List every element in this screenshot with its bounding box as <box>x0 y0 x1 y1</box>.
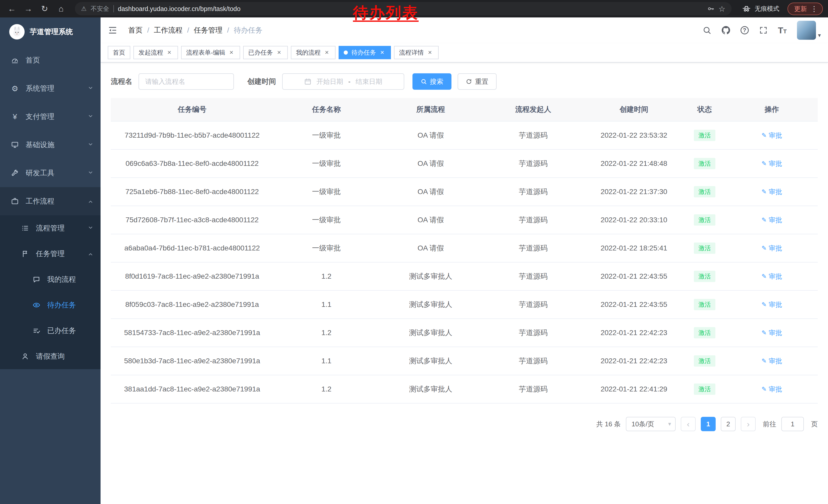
sidebar-item-infra[interactable]: 基础设施 <box>0 131 100 159</box>
page-button-1[interactable]: 1 <box>701 417 716 431</box>
tab-label: 流程表单-编辑 <box>186 48 225 57</box>
close-icon[interactable]: × <box>323 49 330 56</box>
tab-home[interactable]: 首页 <box>108 46 130 59</box>
approve-link[interactable]: ✎审批 <box>761 300 782 309</box>
avatar[interactable] <box>797 21 816 40</box>
col-starter: 流程发起人 <box>482 98 585 121</box>
search-button[interactable]: 搜索 <box>412 73 451 90</box>
sidebar-item-system[interactable]: ⚙ 系统管理 <box>0 74 100 102</box>
breadcrumb-item[interactable]: 任务管理 <box>194 26 223 35</box>
eye-icon <box>32 301 41 309</box>
github-icon[interactable] <box>721 26 730 35</box>
fullscreen-icon[interactable] <box>759 26 768 35</box>
sidebar-item-my-process[interactable]: 我的流程 <box>0 267 100 292</box>
sidebar-item-workflow[interactable]: 工作流程 <box>0 187 100 215</box>
home-icon[interactable]: ⌂ <box>54 2 68 15</box>
approve-link[interactable]: ✎审批 <box>761 159 782 168</box>
sidebar-item-label: 研发工具 <box>26 168 54 178</box>
sidebar-item-devtools[interactable]: 研发工具 <box>0 159 100 187</box>
goto-unit-label: 页 <box>811 420 818 429</box>
approve-link[interactable]: ✎审批 <box>761 187 782 196</box>
refresh-icon <box>466 79 472 85</box>
date-separator: - <box>348 78 350 86</box>
flag-icon <box>20 250 30 258</box>
chevron-up-icon <box>88 250 93 258</box>
tab-todo-tasks[interactable]: 待办任务 × <box>339 46 391 59</box>
chat-icon <box>32 276 41 283</box>
search-icon[interactable] <box>703 26 711 35</box>
close-icon[interactable]: × <box>276 49 283 56</box>
sidebar-item-process-mgmt[interactable]: 流程管理 <box>0 215 100 241</box>
status-badge: 激活 <box>694 242 715 254</box>
edit-icon: ✎ <box>761 216 767 224</box>
approve-link[interactable]: ✎审批 <box>761 385 782 394</box>
approve-link[interactable]: ✎审批 <box>761 272 782 281</box>
goto-page-input[interactable] <box>781 417 804 431</box>
tab-start-process[interactable]: 发起流程 × <box>133 46 178 59</box>
tab-form-edit[interactable]: 流程表单-编辑 × <box>181 46 240 59</box>
approve-link[interactable]: ✎审批 <box>761 131 782 140</box>
approve-link[interactable]: ✎审批 <box>761 244 782 253</box>
col-actions: 操作 <box>726 98 818 121</box>
approve-link[interactable]: ✎审批 <box>761 357 782 366</box>
security-label: 不安全 <box>91 5 109 13</box>
collapse-sidebar-icon[interactable] <box>108 26 123 35</box>
table-row: 069c6a63-7b8a-11ec-8ef0-acde48001122 一级审… <box>111 149 818 178</box>
date-range-picker[interactable]: 开始日期 - 结束日期 <box>282 73 404 90</box>
url-text: dashboard.yudao.iocoder.cn/bpm/task/todo <box>118 5 241 12</box>
sidebar-item-payment[interactable]: ¥ 支付管理 <box>0 102 100 131</box>
edit-icon: ✎ <box>761 273 767 280</box>
active-dot <box>344 50 348 55</box>
close-icon[interactable]: × <box>166 49 173 56</box>
table-row: 580e1b3d-7ac8-11ec-a9e2-a2380e71991a 1.1… <box>111 347 818 375</box>
page-button-2[interactable]: 2 <box>721 417 736 431</box>
sidebar-item-home[interactable]: 首页 <box>0 46 100 74</box>
approve-link[interactable]: ✎审批 <box>761 216 782 225</box>
edit-icon: ✎ <box>761 385 767 393</box>
breadcrumb-item[interactable]: 工作流程 <box>154 26 182 35</box>
calendar-icon <box>304 78 312 85</box>
font-size-icon[interactable]: TT <box>778 26 787 35</box>
sidebar-item-done-tasks[interactable]: 已办任务 <box>0 318 100 343</box>
reload-icon[interactable]: ↻ <box>38 2 51 15</box>
tab-done-tasks[interactable]: 已办任务 × <box>243 46 288 59</box>
reset-button[interactable]: 重置 <box>458 73 497 90</box>
sidebar-item-task-mgmt[interactable]: 任务管理 <box>0 241 100 267</box>
col-create-time: 创建时间 <box>584 98 683 121</box>
tab-my-process[interactable]: 我的流程 × <box>291 46 335 59</box>
table-row: 73211d9d-7b9b-11ec-b5b7-acde48001122 一级审… <box>111 121 818 149</box>
next-page-button[interactable]: › <box>741 417 756 431</box>
menu-dots-icon[interactable]: ⋮ <box>811 5 818 13</box>
breadcrumb-item[interactable]: 首页 <box>128 26 142 35</box>
key-icon[interactable] <box>707 5 714 12</box>
back-icon[interactable]: ← <box>5 2 18 15</box>
tab-label: 流程详情 <box>399 48 424 57</box>
total-count: 共 16 条 <box>596 420 621 429</box>
approve-link[interactable]: ✎审批 <box>761 328 782 337</box>
dashboard-icon <box>10 56 19 64</box>
chevron-down-icon <box>88 169 93 177</box>
sidebar-item-label: 已办任务 <box>47 326 76 335</box>
monitor-icon <box>10 141 19 149</box>
create-time-label: 创建时间 <box>247 77 276 86</box>
tab-process-detail[interactable]: 流程详情 × <box>394 46 439 59</box>
close-icon[interactable]: × <box>379 49 386 56</box>
process-name-input[interactable] <box>138 73 234 90</box>
caret-down-icon: ▾ <box>818 32 821 40</box>
forward-icon[interactable]: → <box>22 2 35 15</box>
help-icon[interactable]: ? <box>741 26 749 34</box>
close-icon[interactable]: × <box>426 49 433 56</box>
sidebar-item-todo-tasks[interactable]: 待办任务 <box>0 292 100 318</box>
update-button[interactable]: 更新 ⋮ <box>787 3 823 15</box>
user-menu[interactable]: ▾ <box>797 21 821 40</box>
app-header: 首页 / 工作流程 / 任务管理 / 待办任务 ? TT ▾ <box>100 17 828 43</box>
table-row: 381aa1dd-7ac8-11ec-a9e2-a2380e71991a 1.2… <box>111 375 818 403</box>
sidebar-item-leave-query[interactable]: 请假查询 <box>0 343 100 369</box>
prev-page-button[interactable]: ‹ <box>681 417 696 431</box>
end-date-placeholder: 结束日期 <box>356 77 382 86</box>
sidebar-item-label: 系统管理 <box>26 84 54 93</box>
incognito-label: 无痕模式 <box>755 5 779 13</box>
page-size-select[interactable]: 10条/页 ▾ <box>626 417 676 431</box>
close-icon[interactable]: × <box>228 49 235 56</box>
bookmark-star-icon[interactable]: ☆ <box>718 4 726 13</box>
